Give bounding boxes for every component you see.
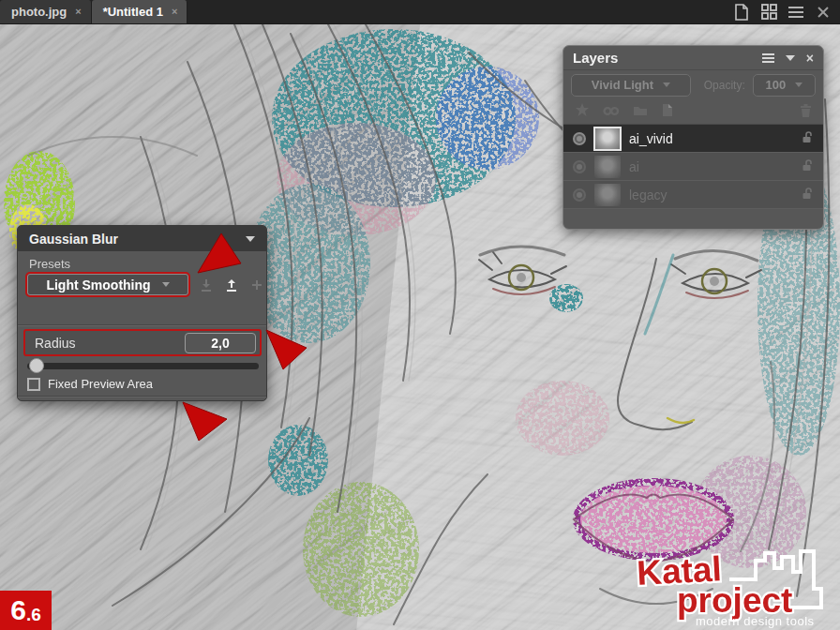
katal-project-watermark: Katal project modern design tools: [634, 549, 838, 628]
layers-panel-header: Layers ×: [563, 46, 823, 70]
layer-row-legacy[interactable]: legacy: [563, 181, 823, 209]
layers-toolbar: [563, 99, 823, 124]
add-preset-icon: [248, 277, 265, 293]
radius-slider-handle[interactable]: [29, 358, 44, 373]
chevron-down-icon[interactable]: [246, 236, 255, 242]
step-number-minor: .6: [26, 606, 41, 623]
preset-dropdown[interactable]: Light Smoothing: [25, 272, 190, 297]
grid-view-icon[interactable]: [759, 3, 778, 22]
opacity-label: Opacity:: [704, 79, 745, 92]
new-document-icon[interactable]: [732, 3, 751, 22]
delete-layer-trash-icon[interactable]: [800, 103, 812, 121]
layer-row-ai[interactable]: ai: [563, 153, 823, 181]
visibility-toggle-icon[interactable]: [573, 160, 586, 173]
link-layers-icon[interactable]: [603, 103, 620, 120]
layers-panel-title: Layers: [573, 50, 618, 66]
layer-name: ai: [629, 159, 639, 174]
export-preset-icon[interactable]: [223, 277, 240, 293]
opacity-value: 100: [766, 78, 787, 92]
layers-menu-icon[interactable]: [762, 53, 774, 63]
visibility-toggle-icon[interactable]: [573, 188, 586, 202]
preset-value: Light Smoothing: [46, 278, 150, 292]
chevron-down-icon: [162, 282, 170, 287]
tab-untitled-1[interactable]: *Untitled 1 ×: [92, 0, 188, 23]
layers-close-icon[interactable]: ×: [806, 52, 814, 65]
layers-list: ai_vivid ai legacy: [563, 124, 823, 209]
watermark-tagline: modern design tools: [696, 614, 815, 628]
layer-row-ai-vivid[interactable]: ai_vivid: [563, 125, 823, 153]
dialog-titlebar[interactable]: Gaussian Blur: [18, 226, 266, 251]
tab-close-icon[interactable]: ×: [75, 7, 81, 17]
chevron-down-icon: [663, 82, 670, 87]
fixed-preview-checkbox[interactable]: [27, 378, 40, 391]
dialog-title: Gaussian Blur: [29, 232, 118, 247]
gaussian-blur-dialog: Gaussian Blur Presets Light Smoothing Ra…: [17, 225, 267, 401]
lock-icon[interactable]: [802, 158, 814, 175]
layers-controls: Vivid Light Opacity: 100: [563, 70, 823, 99]
visibility-toggle-icon[interactable]: [573, 132, 586, 145]
blend-mode-value: Vivid Light: [592, 78, 653, 92]
lock-icon[interactable]: [802, 187, 814, 203]
app-window: photo.jpg × *Untitled 1 × Layers: [0, 0, 840, 630]
new-group-folder-icon[interactable]: [633, 103, 648, 120]
blend-mode-select[interactable]: Vivid Light: [571, 74, 691, 97]
tab-bar: photo.jpg × *Untitled 1 ×: [0, 0, 840, 24]
radius-row: Radius 2,0: [23, 329, 262, 356]
layer-name: legacy: [629, 188, 667, 202]
import-preset-icon: [198, 277, 215, 293]
radius-input[interactable]: 2,0: [185, 333, 256, 353]
presets-label: Presets: [29, 257, 70, 271]
tab-photo-jpg[interactable]: photo.jpg ×: [0, 0, 92, 23]
layers-panel: Layers × Vivid Light Opacity: 100: [562, 45, 824, 230]
layer-name: ai_vivid: [629, 131, 673, 146]
tab-close-icon[interactable]: ×: [172, 7, 177, 17]
opacity-select[interactable]: 100: [753, 74, 816, 97]
chevron-down-icon: [795, 82, 802, 87]
tab-label: *Untitled 1: [103, 5, 163, 19]
close-icon[interactable]: [814, 3, 832, 22]
radius-label: Radius: [35, 336, 76, 351]
step-badge: 6 .6: [0, 591, 52, 630]
layer-thumbnail: [593, 183, 622, 207]
step-number-major: 6: [10, 596, 26, 624]
duplicate-layer-icon[interactable]: [661, 103, 673, 121]
tab-label: photo.jpg: [11, 5, 67, 19]
fixed-preview-label: Fixed Preview Area: [48, 377, 153, 391]
lock-icon[interactable]: [802, 130, 814, 147]
layers-collapse-icon[interactable]: [786, 55, 795, 61]
layer-thumbnail: [593, 127, 622, 151]
menu-icon[interactable]: [787, 3, 805, 22]
effects-star-icon[interactable]: [575, 102, 590, 121]
radius-slider-track[interactable]: [27, 363, 259, 369]
layer-thumbnail: [593, 155, 622, 179]
